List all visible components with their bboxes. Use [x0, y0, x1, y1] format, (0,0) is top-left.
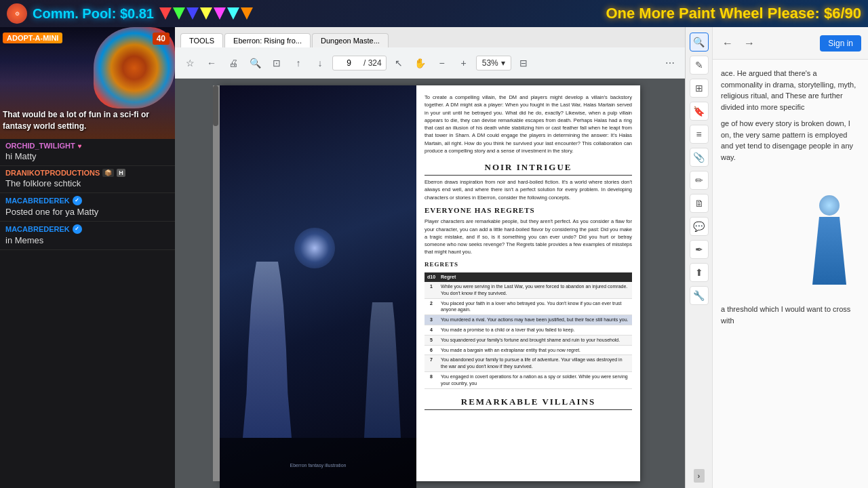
- box-badge: 📦: [102, 169, 114, 177]
- sidebar-comment-icon[interactable]: 💬: [690, 217, 709, 236]
- sidebar-zoom-icon[interactable]: 🔍: [690, 33, 709, 52]
- h-badge: H: [117, 169, 125, 177]
- browser-nav-bar: ☆ ← 🖨 🔍 ⊡ ↑ ↓ / 324 ↖ ✋ − + 53% ▾ ⊟ ⋯: [175, 47, 685, 79]
- adopt-count-badge: 40: [153, 33, 170, 45]
- row-text-3: You murdered a rival. Your actions may h…: [438, 315, 632, 325]
- table-row: 5 You squandered your family's fortune a…: [425, 335, 632, 345]
- pdf-content-area[interactable]: Eberron fantasy illustration To create a…: [175, 79, 685, 488]
- tab-dungeon[interactable]: Dungeon Maste...: [312, 33, 389, 47]
- goal-display: One More Paint Wheel Please: $6/90: [606, 5, 861, 22]
- far-right-back-btn[interactable]: ←: [719, 35, 736, 52]
- table-row: 8 You engaged in covert operations for a…: [425, 371, 632, 388]
- row-num-3: 3: [425, 315, 438, 325]
- row-num-6: 6: [425, 345, 438, 355]
- bunting-flag-6: [227, 7, 239, 20]
- zoom-fit-button[interactable]: ⊡: [267, 54, 286, 73]
- chat-username: MACABREDEREK ✓: [5, 224, 170, 234]
- stream-overlay-text: That would be a lot of fun in a sci-fi o…: [3, 109, 152, 132]
- pdf-scroll-thumb[interactable]: [213, 85, 218, 126]
- zoom-in-btn[interactable]: +: [454, 54, 473, 73]
- far-right-panel: ← → Sign in ace. He argued that there's …: [712, 27, 868, 488]
- check-badge-2: ✓: [73, 224, 82, 234]
- chat-message: MACABREDEREK ✓ in Memes: [0, 222, 175, 250]
- pdf-page-inner: Eberron fantasy illustration To create a…: [220, 85, 640, 481]
- bunting-flag-1: [159, 7, 172, 20]
- pdf-text-column: To create a compelling villain, the DM a…: [416, 85, 640, 481]
- page-separator: / 324: [363, 58, 382, 68]
- far-right-forward-btn[interactable]: →: [741, 35, 757, 52]
- table-row: 1 While you were serving in the Last War…: [425, 282, 632, 298]
- page-counter[interactable]: / 324: [332, 56, 387, 70]
- sidebar-stamp-icon[interactable]: 🗎: [690, 194, 709, 213]
- row-text-6: You made a bargain with an extraplanar e…: [438, 345, 632, 355]
- sidebar-attachment-icon[interactable]: 📎: [690, 148, 709, 167]
- center-panel: TOOLS Eberron: Rising fro... Dungeon Mas…: [175, 27, 685, 488]
- username-macabre-derek: MACABREDEREK: [5, 197, 70, 205]
- far-right-text-1: ace. He argued that there's a commonalit…: [721, 68, 860, 113]
- row-num-7: 7: [425, 355, 438, 372]
- sidebar-annotate-icon[interactable]: ✎: [690, 56, 709, 75]
- chat-area: ORCHID_TWILIGHT ♥ hi Matty DRANIKOTPRODU…: [0, 139, 175, 488]
- row-num-2: 2: [425, 298, 438, 315]
- pdf-scroll-track[interactable]: [213, 85, 220, 481]
- more-tools[interactable]: ⋯: [660, 54, 679, 73]
- character-decoration: [721, 168, 860, 304]
- chat-message: ORCHID_TWILIGHT ♥ hi Matty: [0, 139, 175, 166]
- page-number-input[interactable]: [337, 58, 361, 68]
- cursor-tool[interactable]: ↖: [389, 54, 408, 73]
- sidebar-wrench-icon[interactable]: 🔧: [690, 286, 709, 305]
- main-content-row: ADOPT-A-MINI 40 That would be a lot of f…: [0, 27, 868, 488]
- tab-tools[interactable]: TOOLS: [180, 33, 223, 47]
- far-right-text-2: ge of how every story is broken down, I …: [721, 118, 860, 163]
- stream-preview: ADOPT-A-MINI 40 That would be a lot of f…: [0, 27, 175, 139]
- caption-area: Eberron fantasy illustration: [220, 438, 416, 488]
- regrets-table: d10 Regret 1 While you were serving in t…: [425, 272, 632, 388]
- prev-page-button[interactable]: ↑: [289, 54, 308, 73]
- chat-message: MACABREDEREK ✓ Posted one for ya Matty: [0, 193, 175, 222]
- chat-message: DRANIKOTPRODUCTIONS 📦 H The folklore sch…: [0, 166, 175, 193]
- sign-in-button[interactable]: Sign in: [820, 35, 861, 52]
- bunting-flag-2: [173, 7, 185, 20]
- bookmark-button[interactable]: ☆: [180, 54, 199, 73]
- sidebar-export-icon[interactable]: ⬆: [690, 263, 709, 282]
- sidebar-bookmark-icon[interactable]: 🔖: [690, 102, 709, 121]
- row-num-1: 1: [425, 282, 438, 298]
- col-header-d10: d10: [425, 272, 438, 282]
- pdf-section-regrets: Everyone Has Regrets: [425, 205, 632, 216]
- check-badge: ✓: [73, 196, 82, 205]
- username-macabre-derek-2: MACABREDEREK: [5, 225, 70, 233]
- bunting-flag-4: [200, 7, 212, 20]
- sidebar-thumbnail-icon[interactable]: ⊞: [690, 79, 709, 98]
- pan-tool[interactable]: ✋: [411, 54, 430, 73]
- chat-username: MACABREDEREK ✓: [5, 196, 170, 205]
- pdf-regrets-text: Player characters are remarkable people,…: [425, 218, 632, 256]
- far-right-header: ← → Sign in: [713, 27, 868, 60]
- row-num-8: 8: [425, 371, 438, 388]
- comm-pool-display: Comm. Pool: $0.81: [33, 6, 154, 22]
- chat-username: ORCHID_TWILIGHT ♥: [5, 142, 170, 150]
- caption-text: Eberron fantasy illustration: [290, 463, 347, 468]
- row-text-5: You squandered your family's fortune and…: [438, 335, 632, 345]
- row-text-4: You made a promise to a child or a lover…: [438, 325, 632, 335]
- back-button[interactable]: ←: [202, 54, 221, 73]
- print-button[interactable]: 🖨: [224, 54, 243, 73]
- tab-eberron[interactable]: Eberron: Rising fro...: [224, 33, 311, 47]
- zoom-out-btn2[interactable]: −: [433, 54, 452, 73]
- username-orchid-twilight: ORCHID_TWILIGHT: [5, 142, 75, 150]
- bunting-flag-7: [241, 7, 253, 20]
- sidebar-signature-icon[interactable]: ✏: [690, 171, 709, 190]
- sidebar-redact-icon[interactable]: ✒: [690, 240, 709, 259]
- zoom-out-button[interactable]: 🔍: [245, 54, 264, 73]
- selection-tool[interactable]: ⊟: [514, 54, 533, 73]
- sidebar-layers-icon[interactable]: ≡: [690, 125, 709, 144]
- char-head: [819, 195, 840, 216]
- pdf-section-villains: Remarkable Villains: [425, 396, 632, 410]
- bunting-flag-3: [186, 7, 199, 20]
- next-page-button[interactable]: ↓: [311, 54, 330, 73]
- sidebar-collapse-btn[interactable]: ›: [694, 469, 705, 483]
- pdf-section-noir: Noir Intrigue: [425, 161, 632, 176]
- table-row: 2 You placed your faith in a lover who b…: [425, 298, 632, 315]
- zoom-display[interactable]: 53% ▾: [476, 56, 511, 70]
- bunting-flag-5: [214, 7, 226, 20]
- right-sidebar: 🔍 ✎ ⊞ 🔖 ≡ 📎 ✏ 🗎 💬 ✒ ⬆ 🔧 ›: [685, 27, 712, 488]
